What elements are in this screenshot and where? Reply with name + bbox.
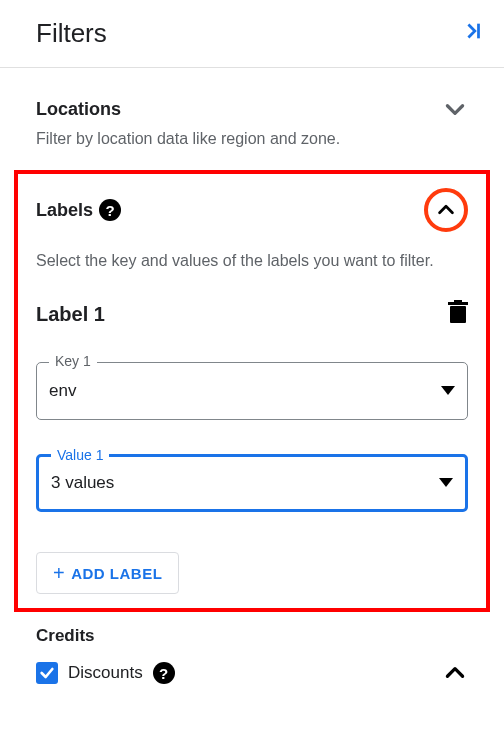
check-icon xyxy=(39,665,55,681)
discounts-checkbox[interactable] xyxy=(36,662,58,684)
value-1-value: 3 values xyxy=(51,473,439,493)
locations-desc: Filter by location data like region and … xyxy=(0,130,504,164)
chevron-down-icon xyxy=(442,96,468,122)
locations-section-header[interactable]: Locations xyxy=(0,68,504,130)
filters-header: Filters xyxy=(0,0,504,68)
labels-section-highlight: Labels ? Select the key and values of th… xyxy=(14,170,490,612)
key-1-label: Key 1 xyxy=(49,353,97,369)
svg-rect-1 xyxy=(450,306,466,323)
credits-section: Credits Discounts ? xyxy=(0,612,504,686)
key-1-value: env xyxy=(49,381,441,401)
value-1-label: Value 1 xyxy=(51,447,109,463)
label-1-title: Label 1 xyxy=(36,303,105,326)
chevron-up-icon xyxy=(435,199,457,221)
labels-title: Labels xyxy=(36,200,93,221)
page-title: Filters xyxy=(36,18,107,49)
key-1-select[interactable]: Key 1 env xyxy=(36,362,468,420)
svg-marker-5 xyxy=(439,478,453,487)
dropdown-arrow-icon xyxy=(441,386,455,396)
help-icon[interactable]: ? xyxy=(99,199,121,221)
labels-desc: Select the key and values of the labels … xyxy=(36,250,468,272)
credits-title: Credits xyxy=(36,626,468,646)
label-block-header: Label 1 xyxy=(36,300,468,328)
delete-label-button[interactable] xyxy=(448,300,468,328)
plus-icon: + xyxy=(53,563,65,583)
collapse-panel-icon[interactable] xyxy=(462,20,484,48)
help-icon[interactable]: ? xyxy=(153,662,175,684)
value-1-select[interactable]: Value 1 3 values xyxy=(36,454,468,512)
locations-title: Locations xyxy=(36,99,121,120)
chevron-up-icon[interactable] xyxy=(442,660,468,686)
svg-rect-3 xyxy=(454,300,462,303)
collapse-labels-button[interactable] xyxy=(424,188,468,232)
dropdown-arrow-icon xyxy=(439,478,453,488)
add-label-button[interactable]: + ADD LABEL xyxy=(36,552,179,594)
labels-section-header: Labels ? xyxy=(36,188,468,232)
svg-marker-4 xyxy=(441,386,455,395)
add-label-text: ADD LABEL xyxy=(71,565,162,582)
discounts-label: Discounts xyxy=(68,663,143,683)
